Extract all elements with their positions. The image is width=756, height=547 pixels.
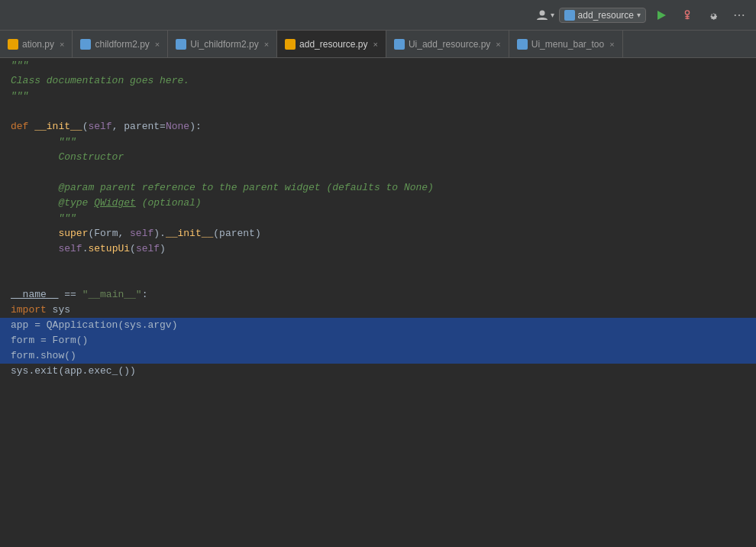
line-text: form.show() xyxy=(3,348,756,364)
more-icon xyxy=(734,10,745,21)
line-text: """ xyxy=(3,211,756,226)
line-text xyxy=(3,165,756,180)
toolbar: ▾ add_resource ▾ xyxy=(0,0,756,31)
chevron-icon: ▾ xyxy=(551,11,554,19)
user-icon xyxy=(536,9,548,21)
code-line: import sys xyxy=(0,303,756,318)
code-line: """ xyxy=(0,89,756,104)
code-line-highlighted: form = Form() xyxy=(0,333,756,348)
tab-bar: ation.py × childform2.py × Ui_childform2… xyxy=(0,31,756,58)
line-text: def __init__(self, parent=None): xyxy=(3,119,756,134)
tab-label: ation.py xyxy=(22,39,54,50)
tab-childform2-py[interactable]: childform2.py × xyxy=(73,31,168,57)
line-text: self.setupUi(self) xyxy=(3,241,756,257)
tab-ation-py[interactable]: ation.py × xyxy=(0,31,73,57)
line-text: @type QWidget (optional) xyxy=(3,196,756,211)
code-content: """ Class documentation goes here. """ d… xyxy=(0,58,756,547)
code-line: @type QWidget (optional) xyxy=(0,196,756,211)
tab-icon xyxy=(80,39,91,50)
tab-add-resource-py[interactable]: add_resource.py × xyxy=(277,31,386,57)
close-icon[interactable]: × xyxy=(496,40,500,49)
config-icon xyxy=(564,10,575,21)
code-line: Constructor xyxy=(0,150,756,165)
close-icon[interactable]: × xyxy=(373,40,377,49)
code-line: """ xyxy=(0,58,756,73)
line-text: """ xyxy=(3,58,756,73)
close-icon[interactable]: × xyxy=(264,40,269,49)
code-line: """ xyxy=(0,211,756,226)
svg-point-2 xyxy=(685,10,689,14)
code-line-highlighted: app = QApplication(sys.argv) xyxy=(0,318,756,333)
tab-icon xyxy=(517,39,528,50)
code-line xyxy=(0,104,756,119)
svg-rect-7 xyxy=(738,15,740,16)
run-config-selector[interactable]: add_resource ▾ xyxy=(559,8,646,23)
close-icon[interactable]: × xyxy=(609,40,614,49)
close-icon[interactable]: × xyxy=(60,40,64,49)
more-button[interactable] xyxy=(729,5,750,26)
svg-point-0 xyxy=(539,10,544,15)
svg-marker-1 xyxy=(657,11,666,20)
tab-label: Ui_childform2.py xyxy=(190,39,258,50)
tab-icon xyxy=(285,39,296,50)
line-text: __name__ == "__main__": xyxy=(3,287,756,303)
line-text: """ xyxy=(3,134,756,150)
code-editor[interactable]: """ Class documentation goes here. """ d… xyxy=(0,58,756,547)
debug-button[interactable] xyxy=(677,5,698,26)
svg-rect-8 xyxy=(742,15,744,16)
line-text xyxy=(3,272,756,287)
code-line: Class documentation goes here. xyxy=(0,73,756,89)
tab-ui-add-resource-py[interactable]: Ui_add_resource.py × xyxy=(386,31,509,57)
user-menu[interactable]: ▾ xyxy=(536,9,554,21)
line-text: import sys xyxy=(3,303,756,318)
tab-ui-menu-bar[interactable]: Ui_menu_bar_too × xyxy=(509,31,623,57)
tab-label: add_resource.py xyxy=(299,39,367,50)
line-text: Class documentation goes here. xyxy=(3,73,756,89)
line-text: sys.exit(app.exec_()) xyxy=(3,364,756,379)
line-text: super(Form, self).__init__(parent) xyxy=(3,226,756,241)
tab-label: Ui_add_resource.py xyxy=(409,39,490,50)
code-line: def __init__(self, parent=None): xyxy=(0,119,756,134)
code-line: __name__ == "__main__": xyxy=(0,287,756,303)
settings-button[interactable] xyxy=(703,5,724,26)
settings-icon xyxy=(708,10,719,21)
code-line: self.setupUi(self) xyxy=(0,241,756,257)
tab-icon xyxy=(176,39,186,50)
line-text xyxy=(3,257,756,272)
code-line xyxy=(0,272,756,287)
line-text xyxy=(3,104,756,119)
run-button[interactable] xyxy=(651,5,672,26)
line-text: """ xyxy=(3,89,756,104)
run-config-label: add_resource xyxy=(578,10,634,21)
code-line: sys.exit(app.exec_()) xyxy=(0,364,756,379)
run-config-chevron: ▾ xyxy=(637,11,641,19)
code-line: super(Form, self).__init__(parent) xyxy=(0,226,756,241)
tab-icon xyxy=(8,39,18,50)
code-line: """ xyxy=(0,134,756,150)
tab-icon xyxy=(394,39,405,50)
line-text: @param parent reference to the parent wi… xyxy=(3,180,756,196)
svg-rect-6 xyxy=(735,15,736,16)
code-line-highlighted: form.show() xyxy=(0,348,756,364)
tab-ui-childform2-py[interactable]: Ui_childform2.py × xyxy=(168,31,277,57)
line-text: form = Form() xyxy=(3,333,756,348)
line-text: Constructor xyxy=(3,150,756,165)
code-line xyxy=(0,165,756,180)
debug-icon xyxy=(682,10,693,21)
tab-label: Ui_menu_bar_too xyxy=(531,39,604,50)
tab-label: childform2.py xyxy=(95,39,149,50)
code-line xyxy=(0,257,756,272)
code-line: @param parent reference to the parent wi… xyxy=(0,180,756,196)
line-text: app = QApplication(sys.argv) xyxy=(3,318,756,333)
run-icon xyxy=(656,10,667,21)
close-icon[interactable]: × xyxy=(155,40,160,49)
